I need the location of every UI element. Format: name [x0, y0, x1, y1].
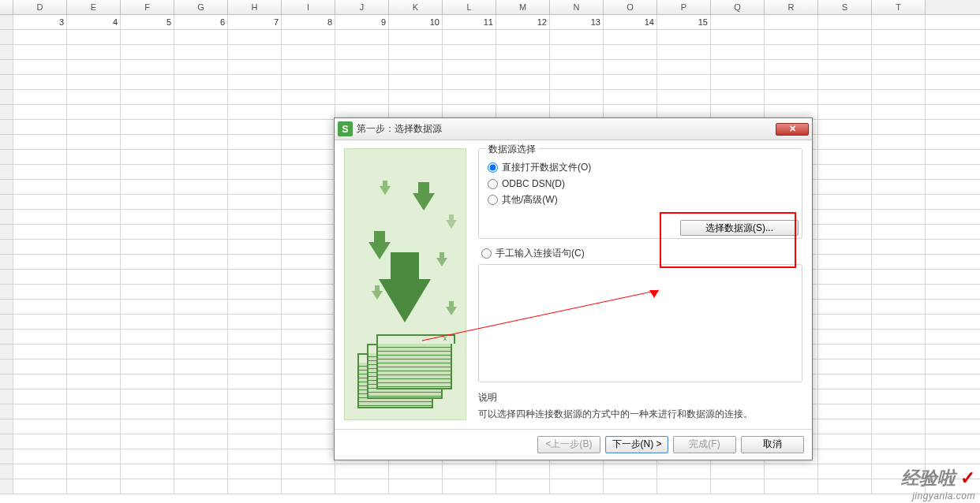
col-header[interactable]: T: [872, 0, 926, 14]
cell[interactable]: [604, 60, 657, 74]
cell[interactable]: [765, 60, 818, 74]
cell[interactable]: [818, 150, 872, 164]
cell[interactable]: [872, 135, 926, 149]
cell[interactable]: [496, 60, 550, 74]
cell[interactable]: [818, 180, 872, 194]
cell[interactable]: [228, 449, 282, 464]
cell[interactable]: [604, 30, 657, 44]
cell[interactable]: [818, 449, 872, 464]
cell[interactable]: [872, 150, 926, 164]
row-header[interactable]: [0, 120, 13, 134]
cell[interactable]: [67, 404, 121, 419]
row-header[interactable]: [0, 270, 13, 284]
cell[interactable]: [13, 75, 67, 89]
row-header[interactable]: [0, 210, 13, 224]
cell[interactable]: [872, 105, 926, 119]
cell[interactable]: [818, 360, 872, 374]
cell[interactable]: [443, 60, 496, 74]
cell[interactable]: [818, 30, 872, 44]
cell[interactable]: [121, 389, 174, 404]
cell[interactable]: [872, 45, 926, 59]
cell[interactable]: [765, 479, 818, 494]
col-header[interactable]: O: [604, 0, 657, 14]
cell[interactable]: [818, 345, 872, 359]
row-header[interactable]: [0, 345, 13, 359]
cell[interactable]: [67, 60, 121, 74]
cell[interactable]: 8: [282, 15, 335, 29]
cell[interactable]: [282, 90, 335, 104]
cell[interactable]: [121, 75, 174, 89]
cell[interactable]: [13, 210, 67, 224]
cell[interactable]: [818, 120, 872, 134]
cell[interactable]: [872, 180, 926, 194]
cell[interactable]: [818, 225, 872, 239]
cell[interactable]: [335, 30, 389, 44]
col-header[interactable]: P: [657, 0, 711, 14]
cell[interactable]: [228, 30, 282, 44]
cell[interactable]: [711, 75, 765, 89]
cell[interactable]: [121, 60, 174, 74]
row-header[interactable]: [0, 285, 13, 299]
cell[interactable]: [121, 105, 174, 119]
cell[interactable]: [872, 195, 926, 209]
cell[interactable]: [174, 120, 228, 134]
cell[interactable]: [174, 240, 228, 254]
cell[interactable]: [872, 90, 926, 104]
cell[interactable]: [121, 120, 174, 134]
cell[interactable]: [174, 419, 228, 434]
cell[interactable]: [13, 165, 67, 179]
cell[interactable]: [228, 345, 282, 359]
row-header[interactable]: [0, 315, 13, 329]
cell[interactable]: [174, 150, 228, 164]
cell[interactable]: [121, 270, 174, 284]
cell[interactable]: [67, 464, 121, 479]
cell[interactable]: 14: [604, 15, 657, 29]
cell[interactable]: [496, 45, 550, 59]
cell[interactable]: [550, 60, 604, 74]
row-header[interactable]: [0, 60, 13, 74]
cell[interactable]: [121, 255, 174, 269]
option-manual-connection[interactable]: 手工输入连接语句(C): [481, 247, 802, 260]
cell[interactable]: [121, 479, 174, 494]
cell[interactable]: [67, 360, 121, 374]
cell[interactable]: [174, 195, 228, 209]
row-header[interactable]: [0, 404, 13, 419]
cell[interactable]: [174, 30, 228, 44]
cell[interactable]: [67, 225, 121, 239]
cell[interactable]: [174, 105, 228, 119]
cell[interactable]: [228, 150, 282, 164]
cell[interactable]: [121, 225, 174, 239]
cell[interactable]: [67, 255, 121, 269]
cell[interactable]: [818, 300, 872, 314]
cell[interactable]: [872, 434, 926, 449]
cell[interactable]: [872, 449, 926, 464]
cell[interactable]: [121, 135, 174, 149]
cell[interactable]: [389, 90, 443, 104]
radio-open-file[interactable]: [488, 162, 498, 173]
cell[interactable]: [174, 449, 228, 464]
row-header[interactable]: [0, 374, 13, 389]
cell[interactable]: [13, 225, 67, 239]
radio-other[interactable]: [488, 195, 498, 205]
cell[interactable]: [389, 75, 443, 89]
col-header[interactable]: J: [335, 0, 389, 14]
cell[interactable]: [335, 479, 389, 494]
cell[interactable]: [67, 195, 121, 209]
col-header[interactable]: Q: [711, 0, 765, 14]
cell[interactable]: [121, 345, 174, 359]
cell[interactable]: [228, 434, 282, 449]
cell[interactable]: [604, 479, 657, 494]
cell[interactable]: [228, 300, 282, 314]
cell[interactable]: [13, 90, 67, 104]
cell[interactable]: 15: [657, 15, 711, 29]
cell[interactable]: [443, 45, 496, 59]
cell[interactable]: [443, 464, 496, 479]
cell[interactable]: [550, 30, 604, 44]
row-header[interactable]: [0, 45, 13, 59]
cell[interactable]: [228, 330, 282, 344]
cell[interactable]: [389, 45, 443, 59]
cell[interactable]: [121, 210, 174, 224]
cell[interactable]: [657, 479, 711, 494]
cell[interactable]: [174, 285, 228, 299]
cell[interactable]: [550, 464, 604, 479]
